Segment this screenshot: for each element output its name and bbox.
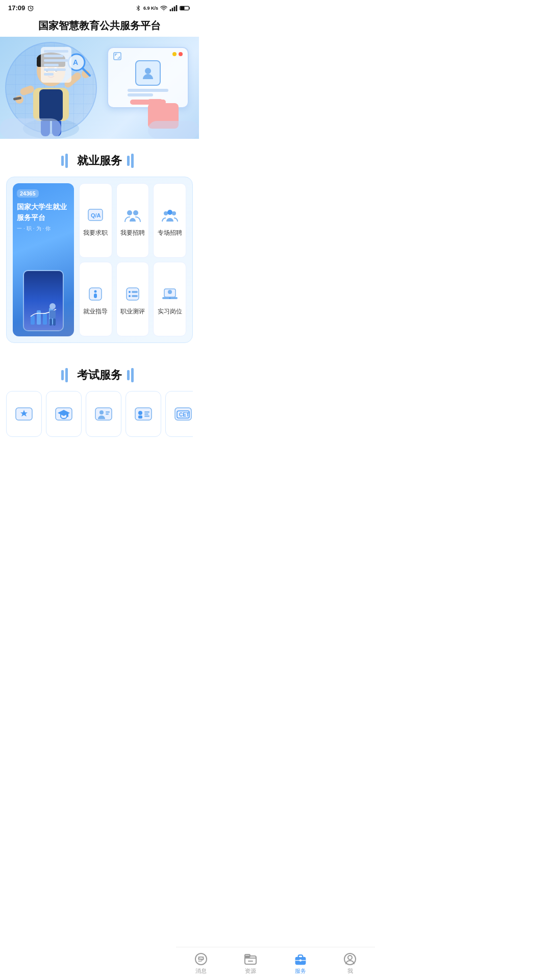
employment-grid: Q/A 我要求职 我要招聘 bbox=[79, 183, 186, 336]
svg-rect-31 bbox=[37, 310, 41, 325]
window-dots bbox=[172, 52, 183, 56]
exam-card-3[interactable] bbox=[86, 391, 121, 437]
svg-rect-4 bbox=[174, 6, 176, 11]
svg-rect-37 bbox=[53, 318, 56, 326]
title-bars-left bbox=[61, 154, 72, 168]
svg-point-46 bbox=[94, 290, 97, 292]
svg-text:A: A bbox=[73, 58, 78, 66]
svg-rect-64 bbox=[106, 411, 110, 413]
exam-bar-1 bbox=[61, 370, 64, 380]
exam-card-2[interactable] bbox=[46, 391, 82, 437]
bar-5 bbox=[131, 154, 134, 168]
card-exam-icon bbox=[134, 405, 153, 423]
screen-avatar bbox=[135, 60, 161, 86]
status-icons: 6.9 K/s bbox=[135, 5, 191, 12]
wifi-icon bbox=[160, 5, 167, 12]
service-label-job-seek: 我要求职 bbox=[83, 229, 108, 237]
svg-point-63 bbox=[99, 410, 104, 414]
svg-rect-69 bbox=[144, 411, 149, 413]
hero-banner: A bbox=[0, 37, 199, 139]
svg-rect-65 bbox=[106, 413, 109, 415]
employment-title: 就业服务 bbox=[77, 153, 122, 168]
bar-4 bbox=[127, 156, 130, 166]
exam-card-1[interactable] bbox=[6, 391, 42, 437]
battery-icon bbox=[180, 5, 191, 11]
exam-section-title: 考试服务 bbox=[0, 353, 199, 391]
exam-title-bars-right bbox=[127, 368, 138, 382]
service-card-job-fair[interactable]: 专场招聘 bbox=[153, 183, 186, 258]
exam-bar-5 bbox=[131, 368, 134, 382]
page-title: 国家智慧教育公共服务平台 bbox=[0, 14, 199, 37]
exam-bar-4 bbox=[127, 370, 130, 380]
time: 17:09 bbox=[8, 4, 25, 12]
group-icon bbox=[161, 206, 179, 225]
svg-point-49 bbox=[129, 291, 131, 293]
service-card-job-seek[interactable]: Q/A 我要求职 bbox=[79, 183, 112, 258]
svg-point-1 bbox=[163, 10, 164, 11]
phone-screen bbox=[24, 271, 63, 330]
svg-rect-5 bbox=[176, 5, 178, 11]
svg-rect-36 bbox=[49, 318, 52, 326]
service-card-job-hire[interactable]: 我要招聘 bbox=[116, 183, 149, 258]
service-label-job-hire: 我要招聘 bbox=[120, 229, 145, 237]
service-card-internship[interactable]: 实习岗位 bbox=[153, 262, 186, 336]
svg-rect-7 bbox=[180, 7, 184, 10]
exam-card-cet[interactable]: CET bbox=[165, 391, 193, 437]
floating-document bbox=[41, 47, 71, 83]
qa-icon: Q/A bbox=[86, 206, 105, 225]
svg-rect-3 bbox=[172, 8, 173, 11]
svg-rect-13 bbox=[19, 85, 35, 96]
phone-mockup bbox=[23, 270, 64, 331]
exam-title: 考试服务 bbox=[77, 368, 122, 383]
service-card-job-guide[interactable]: 就业指导 bbox=[79, 262, 112, 336]
star-exam-icon bbox=[15, 405, 33, 423]
cet-label: CET bbox=[179, 412, 189, 418]
status-bar: 17:09 6.9 K/s bbox=[0, 0, 199, 14]
exam-bar-2 bbox=[65, 368, 68, 382]
svg-rect-48 bbox=[127, 288, 139, 300]
employment-left-card[interactable]: 24365 国家大学生就业 服务平台 一·职·为·你 bbox=[13, 183, 74, 336]
alarm-icon bbox=[27, 5, 34, 12]
close-dot bbox=[179, 52, 183, 56]
exam-card-4[interactable] bbox=[126, 391, 161, 437]
left-card-title: 国家大学生就业 服务平台 bbox=[17, 202, 70, 223]
info-icon bbox=[86, 285, 105, 303]
employment-section-title: 就业服务 bbox=[0, 139, 199, 177]
speed: 6.9 K/s bbox=[143, 6, 158, 11]
service-label-job-fair: 专场招聘 bbox=[158, 229, 182, 237]
resize-icon bbox=[113, 52, 121, 60]
screen-bar-1 bbox=[128, 89, 168, 92]
left-card-line1: 国家大学生就业 bbox=[17, 203, 67, 211]
svg-rect-28 bbox=[114, 53, 121, 60]
svg-line-27 bbox=[83, 68, 90, 76]
cet-exam-icon: CET bbox=[174, 405, 192, 423]
svg-rect-66 bbox=[135, 408, 152, 420]
hero-screen bbox=[107, 47, 189, 108]
exam-cards-row: CET bbox=[6, 391, 193, 439]
exam-section: CET bbox=[0, 391, 199, 480]
screen-bars bbox=[128, 89, 168, 96]
svg-point-67 bbox=[138, 411, 142, 415]
badge-24365: 24365 bbox=[17, 189, 39, 198]
svg-point-34 bbox=[49, 303, 56, 309]
svg-rect-68 bbox=[138, 415, 142, 419]
cloud-left bbox=[0, 118, 61, 139]
title-bars-right bbox=[127, 154, 138, 168]
hat-exam-icon bbox=[55, 405, 73, 423]
svg-point-43 bbox=[167, 210, 172, 215]
svg-point-41 bbox=[133, 210, 138, 215]
service-label-job-guide: 就业指导 bbox=[83, 307, 108, 316]
service-label-internship: 实习岗位 bbox=[158, 307, 182, 316]
svg-point-42 bbox=[164, 211, 168, 215]
laptop-icon bbox=[161, 285, 179, 303]
svg-rect-30 bbox=[31, 315, 35, 325]
svg-point-56 bbox=[169, 297, 170, 299]
service-card-career-test[interactable]: 职业测评 bbox=[116, 262, 149, 336]
people-icon bbox=[123, 206, 142, 225]
service-label-career-test: 职业测评 bbox=[120, 307, 145, 316]
svg-rect-52 bbox=[132, 295, 138, 297]
status-time: 17:09 bbox=[8, 4, 34, 12]
svg-rect-71 bbox=[144, 415, 149, 417]
employment-section: 24365 国家大学生就业 服务平台 一·职·为·你 bbox=[6, 177, 193, 343]
person-exam-icon bbox=[94, 405, 113, 423]
